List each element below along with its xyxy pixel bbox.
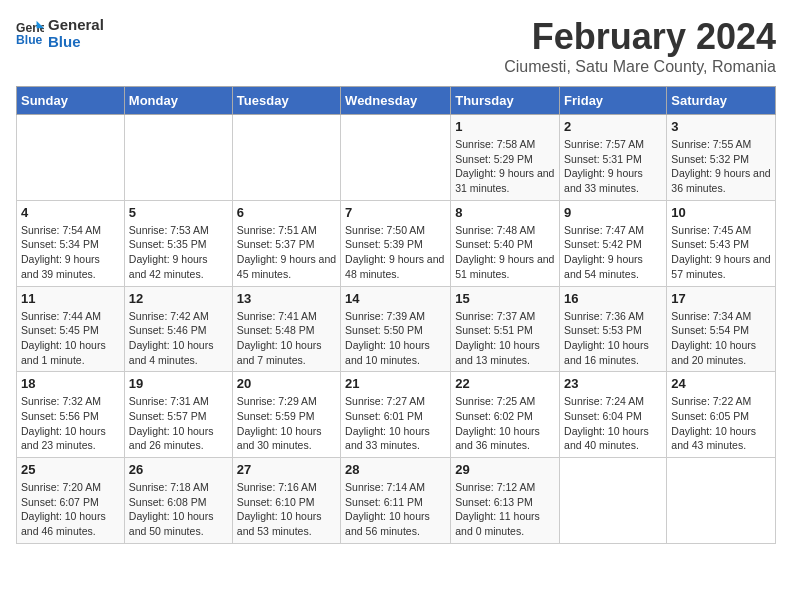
day-number: 14 (345, 291, 446, 306)
calendar-cell: 4Sunrise: 7:54 AMSunset: 5:34 PMDaylight… (17, 200, 125, 286)
weekday-header: Saturday (667, 87, 776, 115)
weekday-header: Sunday (17, 87, 125, 115)
calendar-cell: 16Sunrise: 7:36 AMSunset: 5:53 PMDayligh… (560, 286, 667, 372)
day-info: Sunrise: 7:37 AMSunset: 5:51 PMDaylight:… (455, 309, 555, 368)
day-number: 25 (21, 462, 120, 477)
day-number: 11 (21, 291, 120, 306)
day-number: 18 (21, 376, 120, 391)
calendar-cell: 5Sunrise: 7:53 AMSunset: 5:35 PMDaylight… (124, 200, 232, 286)
calendar-cell: 22Sunrise: 7:25 AMSunset: 6:02 PMDayligh… (451, 372, 560, 458)
day-number: 19 (129, 376, 228, 391)
day-info: Sunrise: 7:34 AMSunset: 5:54 PMDaylight:… (671, 309, 771, 368)
day-number: 17 (671, 291, 771, 306)
calendar-cell: 18Sunrise: 7:32 AMSunset: 5:56 PMDayligh… (17, 372, 125, 458)
calendar-cell: 2Sunrise: 7:57 AMSunset: 5:31 PMDaylight… (560, 115, 667, 201)
day-info: Sunrise: 7:39 AMSunset: 5:50 PMDaylight:… (345, 309, 446, 368)
day-number: 26 (129, 462, 228, 477)
day-info: Sunrise: 7:55 AMSunset: 5:32 PMDaylight:… (671, 137, 771, 196)
day-info: Sunrise: 7:45 AMSunset: 5:43 PMDaylight:… (671, 223, 771, 282)
weekday-header: Friday (560, 87, 667, 115)
logo-text-line1: General (48, 16, 104, 33)
day-number: 7 (345, 205, 446, 220)
day-info: Sunrise: 7:48 AMSunset: 5:40 PMDaylight:… (455, 223, 555, 282)
page-header: General Blue General Blue February 2024 … (16, 16, 776, 76)
weekday-header: Tuesday (232, 87, 340, 115)
weekday-header: Thursday (451, 87, 560, 115)
logo-text-line2: Blue (48, 33, 104, 50)
day-info: Sunrise: 7:18 AMSunset: 6:08 PMDaylight:… (129, 480, 228, 539)
day-number: 29 (455, 462, 555, 477)
svg-text:Blue: Blue (16, 33, 43, 47)
day-info: Sunrise: 7:57 AMSunset: 5:31 PMDaylight:… (564, 137, 662, 196)
calendar-cell: 24Sunrise: 7:22 AMSunset: 6:05 PMDayligh… (667, 372, 776, 458)
calendar-cell: 11Sunrise: 7:44 AMSunset: 5:45 PMDayligh… (17, 286, 125, 372)
calendar-cell (124, 115, 232, 201)
calendar-cell: 17Sunrise: 7:34 AMSunset: 5:54 PMDayligh… (667, 286, 776, 372)
day-info: Sunrise: 7:53 AMSunset: 5:35 PMDaylight:… (129, 223, 228, 282)
day-number: 21 (345, 376, 446, 391)
day-number: 5 (129, 205, 228, 220)
day-info: Sunrise: 7:14 AMSunset: 6:11 PMDaylight:… (345, 480, 446, 539)
day-info: Sunrise: 7:31 AMSunset: 5:57 PMDaylight:… (129, 394, 228, 453)
day-number: 28 (345, 462, 446, 477)
day-info: Sunrise: 7:58 AMSunset: 5:29 PMDaylight:… (455, 137, 555, 196)
day-number: 6 (237, 205, 336, 220)
calendar-cell: 12Sunrise: 7:42 AMSunset: 5:46 PMDayligh… (124, 286, 232, 372)
day-info: Sunrise: 7:27 AMSunset: 6:01 PMDaylight:… (345, 394, 446, 453)
day-number: 2 (564, 119, 662, 134)
day-number: 15 (455, 291, 555, 306)
day-info: Sunrise: 7:20 AMSunset: 6:07 PMDaylight:… (21, 480, 120, 539)
calendar-cell (667, 458, 776, 544)
calendar-cell: 1Sunrise: 7:58 AMSunset: 5:29 PMDaylight… (451, 115, 560, 201)
day-number: 13 (237, 291, 336, 306)
calendar-cell: 7Sunrise: 7:50 AMSunset: 5:39 PMDaylight… (341, 200, 451, 286)
calendar-cell: 21Sunrise: 7:27 AMSunset: 6:01 PMDayligh… (341, 372, 451, 458)
day-info: Sunrise: 7:50 AMSunset: 5:39 PMDaylight:… (345, 223, 446, 282)
calendar-cell: 14Sunrise: 7:39 AMSunset: 5:50 PMDayligh… (341, 286, 451, 372)
day-info: Sunrise: 7:44 AMSunset: 5:45 PMDaylight:… (21, 309, 120, 368)
day-number: 27 (237, 462, 336, 477)
calendar-cell: 19Sunrise: 7:31 AMSunset: 5:57 PMDayligh… (124, 372, 232, 458)
day-info: Sunrise: 7:16 AMSunset: 6:10 PMDaylight:… (237, 480, 336, 539)
calendar-cell (17, 115, 125, 201)
calendar-cell: 9Sunrise: 7:47 AMSunset: 5:42 PMDaylight… (560, 200, 667, 286)
day-number: 23 (564, 376, 662, 391)
calendar-cell (232, 115, 340, 201)
title-block: February 2024 Ciumesti, Satu Mare County… (504, 16, 776, 76)
main-title: February 2024 (504, 16, 776, 58)
day-info: Sunrise: 7:22 AMSunset: 6:05 PMDaylight:… (671, 394, 771, 453)
day-number: 10 (671, 205, 771, 220)
calendar-cell: 26Sunrise: 7:18 AMSunset: 6:08 PMDayligh… (124, 458, 232, 544)
calendar-cell: 28Sunrise: 7:14 AMSunset: 6:11 PMDayligh… (341, 458, 451, 544)
day-info: Sunrise: 7:29 AMSunset: 5:59 PMDaylight:… (237, 394, 336, 453)
day-info: Sunrise: 7:54 AMSunset: 5:34 PMDaylight:… (21, 223, 120, 282)
calendar-cell: 13Sunrise: 7:41 AMSunset: 5:48 PMDayligh… (232, 286, 340, 372)
day-info: Sunrise: 7:42 AMSunset: 5:46 PMDaylight:… (129, 309, 228, 368)
logo-icon: General Blue (16, 19, 44, 47)
calendar-cell: 20Sunrise: 7:29 AMSunset: 5:59 PMDayligh… (232, 372, 340, 458)
calendar-cell: 27Sunrise: 7:16 AMSunset: 6:10 PMDayligh… (232, 458, 340, 544)
day-number: 8 (455, 205, 555, 220)
calendar-cell: 23Sunrise: 7:24 AMSunset: 6:04 PMDayligh… (560, 372, 667, 458)
weekday-header: Monday (124, 87, 232, 115)
day-info: Sunrise: 7:12 AMSunset: 6:13 PMDaylight:… (455, 480, 555, 539)
calendar-cell: 10Sunrise: 7:45 AMSunset: 5:43 PMDayligh… (667, 200, 776, 286)
day-info: Sunrise: 7:25 AMSunset: 6:02 PMDaylight:… (455, 394, 555, 453)
day-info: Sunrise: 7:47 AMSunset: 5:42 PMDaylight:… (564, 223, 662, 282)
day-info: Sunrise: 7:41 AMSunset: 5:48 PMDaylight:… (237, 309, 336, 368)
calendar-cell: 15Sunrise: 7:37 AMSunset: 5:51 PMDayligh… (451, 286, 560, 372)
day-number: 9 (564, 205, 662, 220)
day-number: 16 (564, 291, 662, 306)
calendar-cell: 6Sunrise: 7:51 AMSunset: 5:37 PMDaylight… (232, 200, 340, 286)
weekday-header: Wednesday (341, 87, 451, 115)
day-number: 24 (671, 376, 771, 391)
day-info: Sunrise: 7:32 AMSunset: 5:56 PMDaylight:… (21, 394, 120, 453)
calendar-cell (560, 458, 667, 544)
day-number: 4 (21, 205, 120, 220)
calendar-cell: 3Sunrise: 7:55 AMSunset: 5:32 PMDaylight… (667, 115, 776, 201)
logo: General Blue General Blue (16, 16, 104, 50)
calendar-cell: 8Sunrise: 7:48 AMSunset: 5:40 PMDaylight… (451, 200, 560, 286)
calendar-cell: 29Sunrise: 7:12 AMSunset: 6:13 PMDayligh… (451, 458, 560, 544)
day-number: 3 (671, 119, 771, 134)
calendar-cell (341, 115, 451, 201)
